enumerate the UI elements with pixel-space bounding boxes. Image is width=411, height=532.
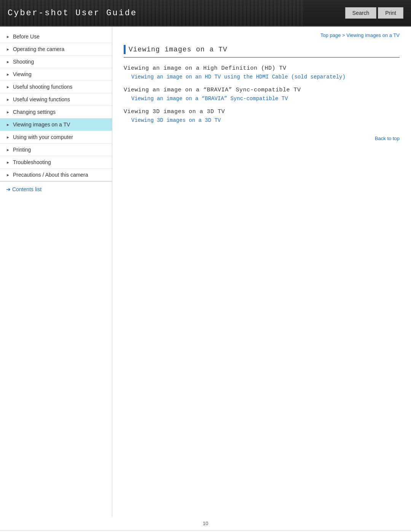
arrow-right-icon: ➔ bbox=[6, 186, 11, 192]
sidebar-arrow-icon: ► bbox=[6, 123, 10, 127]
header-buttons: Search Print bbox=[345, 7, 403, 19]
page-number-text: 10 bbox=[203, 521, 208, 526]
print-button[interactable]: Print bbox=[378, 7, 403, 19]
sidebar-arrow-icon: ► bbox=[6, 72, 10, 77]
breadcrumb-current: Viewing images on a TV bbox=[346, 32, 400, 38]
content-sections: Viewing an image on a High Definition (H… bbox=[124, 65, 400, 123]
sidebar: ►Before Use►Operating the camera►Shootin… bbox=[0, 27, 112, 517]
search-button[interactable]: Search bbox=[345, 7, 376, 19]
sidebar-arrow-icon: ► bbox=[6, 173, 10, 177]
sidebar-item-precautions[interactable]: ►Precautions / About this camera bbox=[0, 169, 112, 181]
sidebar-arrow-icon: ► bbox=[6, 47, 10, 51]
sidebar-item-changing-settings[interactable]: ►Changing settings bbox=[0, 106, 112, 118]
section-heading-2: Viewing 3D images on a 3D TV bbox=[124, 109, 400, 115]
sidebar-item-label: Viewing images on a TV bbox=[13, 121, 70, 128]
sidebar-item-viewing[interactable]: ►Viewing bbox=[0, 68, 112, 81]
sidebar-item-label: Printing bbox=[13, 147, 31, 153]
content-area: Top page > Viewing images on a TV Viewin… bbox=[112, 27, 411, 517]
page-title-text: Viewing images on a TV bbox=[129, 46, 228, 53]
sidebar-item-label: Operating the camera bbox=[13, 46, 64, 52]
sidebar-arrow-icon: ► bbox=[6, 60, 10, 64]
page-number: 10 bbox=[0, 517, 411, 530]
sidebar-item-label: Useful viewing functions bbox=[13, 96, 70, 102]
section-link-2[interactable]: Viewing 3D images on a 3D TV bbox=[131, 117, 400, 123]
sidebar-item-label: Changing settings bbox=[13, 109, 56, 115]
sidebar-arrow-icon: ► bbox=[6, 160, 10, 165]
sidebar-item-label: Before Use bbox=[13, 34, 40, 40]
breadcrumb-separator: > bbox=[341, 32, 346, 38]
sidebar-arrow-icon: ► bbox=[6, 97, 10, 102]
page-title: Viewing images on a TV bbox=[124, 45, 400, 58]
sidebar-arrow-icon: ► bbox=[6, 148, 10, 152]
title-bar-decoration bbox=[124, 45, 126, 54]
sidebar-item-label: Viewing bbox=[13, 71, 32, 77]
sidebar-item-label: Shooting bbox=[13, 59, 34, 65]
section-heading-1: Viewing an image on a “BRAVIA” Sync-comp… bbox=[124, 87, 400, 93]
section-link-0[interactable]: Viewing an image on an HD TV using the H… bbox=[131, 74, 400, 80]
section-link-1[interactable]: Viewing an image on a “BRAVIA” Sync-comp… bbox=[131, 96, 400, 102]
sidebar-item-label: Useful shooting functions bbox=[13, 84, 72, 90]
sidebar-arrow-icon: ► bbox=[6, 110, 10, 114]
sidebar-arrow-icon: ► bbox=[6, 135, 10, 139]
sidebar-arrow-icon: ► bbox=[6, 85, 10, 89]
page-header: // stripes generated inline Cyber-shot U… bbox=[0, 0, 411, 27]
sidebar-item-using-computer[interactable]: ►Using with your computer bbox=[0, 131, 112, 144]
main-container: ►Before Use►Operating the camera►Shootin… bbox=[0, 27, 411, 517]
sidebar-item-troubleshooting[interactable]: ►Troubleshooting bbox=[0, 156, 112, 169]
header-title: Cyber-shot User Guide bbox=[8, 8, 137, 18]
sidebar-item-printing[interactable]: ►Printing bbox=[0, 144, 112, 156]
sidebar-item-label: Using with your computer bbox=[13, 134, 73, 140]
section-heading-0: Viewing an image on a High Definition (H… bbox=[124, 65, 400, 72]
back-to-top-link[interactable]: Back to top bbox=[375, 136, 400, 141]
contents-list-label: Contents list bbox=[12, 186, 41, 192]
sidebar-item-shooting[interactable]: ►Shooting bbox=[0, 56, 112, 68]
sidebar-item-label: Troubleshooting bbox=[13, 159, 51, 165]
sidebar-arrow-icon: ► bbox=[6, 35, 10, 39]
breadcrumb-top-link[interactable]: Top page bbox=[320, 32, 341, 38]
sidebar-item-viewing-tv[interactable]: ►Viewing images on a TV bbox=[0, 118, 112, 131]
sidebar-footer: ➔ Contents list bbox=[0, 181, 112, 197]
back-to-top: Back to top bbox=[124, 135, 400, 142]
contents-list-link[interactable]: ➔ Contents list bbox=[6, 186, 106, 192]
page-footer: Copyright 2013 Sony Corporation bbox=[0, 530, 411, 532]
sidebar-item-useful-shooting[interactable]: ►Useful shooting functions bbox=[0, 81, 112, 93]
sidebar-item-label: Precautions / About this camera bbox=[13, 172, 88, 178]
breadcrumb: Top page > Viewing images on a TV bbox=[124, 32, 400, 38]
sidebar-item-operating-camera[interactable]: ►Operating the camera bbox=[0, 43, 112, 56]
sidebar-item-useful-viewing[interactable]: ►Useful viewing functions bbox=[0, 93, 112, 106]
sidebar-item-before-use[interactable]: ►Before Use bbox=[0, 30, 112, 43]
